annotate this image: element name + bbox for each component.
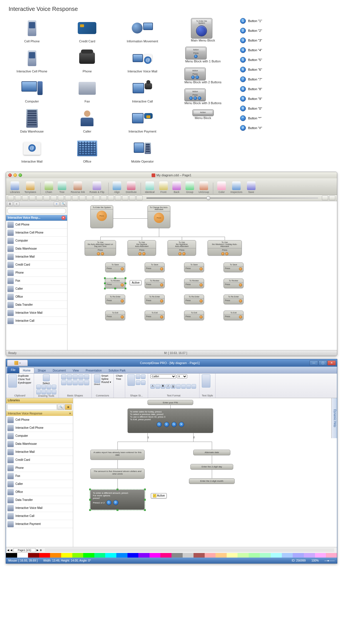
sidebar-item[interactable]: Cell Phone [6,221,67,229]
color-swatch[interactable] [183,553,194,558]
sidebar-item[interactable]: Phone [6,464,73,472]
color-swatch[interactable] [260,553,271,558]
stencil-menu-3btn[interactable]: ActionPress Menu Block with 3 Buttons [184,88,222,105]
sidebar-item[interactable]: Fax [6,277,67,285]
flow-node[interactable]: To ReviewPress [224,278,244,288]
sidebar-item[interactable]: Interactive Mail [6,448,73,456]
zoom-icon[interactable] [19,173,22,177]
canvas[interactable]: To Enter the System To Change the Auto-A… [67,201,337,350]
button-8[interactable]: 8Button "8" [240,86,292,92]
toolbar-tree[interactable]: Tree [56,181,68,194]
toolbar-color[interactable]: Color [216,181,228,194]
stencil-credit-card[interactable]: Credit Card [64,18,110,43]
close-button[interactable]: ✕ [327,360,336,366]
sidebar-item[interactable]: Interactive Call [6,512,73,520]
color-swatch[interactable] [28,553,39,558]
sidebar-item[interactable]: Computer [6,432,73,440]
sidebar-item[interactable]: Credit Card [6,261,67,269]
color-swatch[interactable] [315,553,326,558]
search-input[interactable] [7,404,57,410]
color-swatch[interactable] [72,553,83,558]
toolbar-rotate-flip[interactable]: Rotate & Flip [88,181,106,194]
close-icon[interactable]: ✕ [69,412,71,415]
close-icon[interactable] [8,173,12,177]
sidebar-item[interactable]: Interactive Cell Phone [6,424,73,432]
flow-node[interactable]: To Re-EnterPress [184,295,204,304]
color-swatch[interactable] [304,553,315,558]
stencil-computer[interactable]: Computer [9,78,55,103]
sidebar-item[interactable]: Interactive Payment [6,520,73,528]
sidebar-item[interactable]: Phone [6,269,67,277]
color-swatch[interactable] [238,553,249,558]
stencil-office[interactable]: Office [64,138,110,163]
app-icon[interactable]: ▾ [7,360,28,366]
minimize-icon[interactable] [13,173,17,177]
flow-node[interactable]: To SavePress [224,262,244,272]
color-swatch[interactable] [116,553,127,558]
maximize-button[interactable]: ▢ [318,360,327,366]
sidebar-item[interactable]: Cell Phone [6,416,73,424]
button-4[interactable]: 4Button "4" [240,47,292,53]
toolbar-align[interactable]: Align [111,181,123,194]
zoom-slider[interactable] [146,197,318,199]
color-swatch[interactable] [205,553,216,558]
font-size[interactable]: 9 [177,374,187,378]
zoom-slider[interactable]: —●—— [324,559,335,562]
tab-document[interactable]: Document [49,368,69,373]
flow-node[interactable]: To SavePress [105,262,125,272]
stencil-fax[interactable]: Fax [64,78,110,103]
canvas[interactable]: Dynamic Help Enter your PIN To enter sal… [73,398,337,547]
flow-node[interactable]: To Re-EnterPress [105,295,125,304]
stencil-mobile-operator[interactable]: Mobile Operator [119,138,166,163]
color-swatch[interactable] [83,553,94,558]
sidebar-item[interactable]: Credit Card [6,456,73,464]
sidebar-category[interactable]: Interactive Voice Resp...✕ [6,215,67,221]
sidebar-item[interactable]: Fax [6,472,73,480]
sidebar-item[interactable]: Data Warehouse [6,440,73,448]
toolbar-group[interactable]: Group [184,181,196,194]
search-input[interactable] [7,208,66,214]
add-icon[interactable]: ⊕ [65,404,72,410]
toolbar-libraries[interactable]: Libraries [8,181,22,194]
color-swatch[interactable] [17,553,28,558]
toolbar-distribute[interactable]: Distribute [124,181,138,194]
color-swatch[interactable] [172,553,183,558]
tab-presentation[interactable]: Presentation [82,368,105,373]
stencil-interactive-cell-phone[interactable]: Interactive Cell Phone [9,48,55,73]
sidebar-item[interactable]: Interactive Voice Mail [6,309,67,317]
color-swatch[interactable] [50,553,61,558]
color-swatch[interactable] [227,553,238,558]
stencil-data-warehouse[interactable]: Data Warehouse [9,108,55,133]
search-icon[interactable]: 🔍 [57,404,64,410]
button-#[interactable]: #Button "#" [240,125,292,131]
button-7[interactable]: 7Button "7" [240,76,292,82]
button-2[interactable]: 2Button "2" [240,28,292,33]
search-icon[interactable]: 🔍 [60,202,66,206]
toolbar-front[interactable]: Front [157,181,169,194]
flow-node[interactable]: To Re-EnterPress [145,295,165,304]
color-swatch[interactable] [160,553,172,558]
minimize-button[interactable]: — [310,360,318,366]
toolbar-identical[interactable]: Identical [143,181,156,194]
stencil-menu-block[interactable]: Action Menu Block [192,109,214,120]
stencil-interactive-call[interactable]: Interactive Call [119,78,166,103]
sidebar-item[interactable]: Data Transfer [6,496,73,504]
file-tab[interactable]: File [7,367,19,373]
sidebar-item[interactable]: Interactive Call [6,317,67,325]
tool-btn[interactable] [8,195,14,200]
flow-node[interactable]: To ReviewPress [145,278,165,288]
color-swatch[interactable] [6,553,17,558]
color-swatch[interactable] [138,553,149,558]
stencil-caller[interactable]: Caller [64,108,110,133]
tab-shape[interactable]: Shape [34,368,49,373]
flow-node[interactable]: To ExitPress [224,311,244,320]
sidebar-item[interactable]: Caller [6,285,67,293]
sidebar-item[interactable]: Interactive Cell Phone [6,229,67,237]
button-5[interactable]: 5Button "5" [240,57,292,63]
color-swatch[interactable] [39,553,50,558]
stencil-info-movement[interactable]: Information Movement [119,18,166,43]
stencil-main-menu-block[interactable]: To Enter the System Main Menu Block [191,18,215,42]
button-*[interactable]: *Button "*" [240,115,292,121]
stencil-cell-phone[interactable]: Cell Phone [9,18,55,43]
tab-solution[interactable]: Solution Park [105,368,129,373]
